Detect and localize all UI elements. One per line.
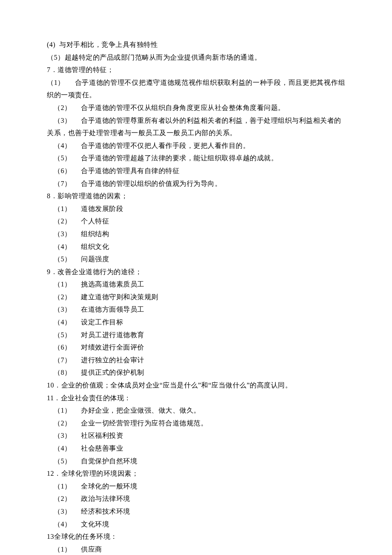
- text-line: （8） 提供正式的保护机制: [47, 366, 345, 379]
- text-line: （2） 政治与法律环境: [47, 492, 345, 505]
- text-line: （4） 社会慈善事业: [47, 442, 345, 455]
- text-line: （7） 进行独立的社会审计: [47, 354, 345, 367]
- text-line: 10．企业的价值观；全体成员对企业“应当是什么”和“应当做什么”的高度认同。: [47, 379, 345, 392]
- text-line: （5）超越特定的产品或部门范畴从而为企业提供通向新市场的通道。: [47, 51, 345, 64]
- text-line: （7） 合乎道德的管理以组织的价值观为行为导向。: [47, 177, 345, 190]
- text-line: （2） 合乎道德的管理不仅从组织自身角度更应从社会整体角度看问题。: [47, 101, 345, 114]
- text-line: 11．企业社会责任的体现：: [47, 392, 345, 405]
- text-line: （2） 个人特征: [47, 215, 345, 228]
- text-line: （3） 社区福利投资: [47, 429, 345, 442]
- text-line: (4) 与对手相比，竞争上具有独特性: [47, 38, 345, 51]
- text-line: 8．影响管理道德的因素；: [47, 190, 345, 202]
- text-line: （4） 合乎道德的管理不仅把人看作手段，更把人看作目的。: [47, 139, 345, 152]
- text-line: （5） 问题强度: [47, 253, 345, 266]
- text-line: 关系，也善于处理管理者与一般员工及一般员工内部的关系。: [47, 127, 345, 139]
- text-line: （1） 全球化的一般环境: [47, 480, 345, 493]
- text-line: 13全球化的任务环境：: [47, 530, 345, 543]
- text-line: （5） 对员工进行道德教育: [47, 329, 345, 341]
- text-line: （4） 组织文化: [47, 240, 345, 253]
- text-line: （3） 组织结构: [47, 228, 345, 240]
- text-line: （4） 设定工作目标: [47, 316, 345, 329]
- text-line: （4） 文化环境: [47, 518, 345, 531]
- text-line: （1） 道德发展阶段: [47, 202, 345, 215]
- text-line: 9．改善企业道德行为的途径；: [47, 266, 345, 278]
- text-line: （3） 在道德方面领导员工: [47, 303, 345, 316]
- text-line: （3） 合乎道德的管理尊重所有者以外的利益相关者的利益，善于处理组织与利益相关者…: [47, 114, 345, 127]
- text-line: （1） 供应商: [47, 543, 345, 555]
- text-line: （5） 自觉保护自然环境: [47, 455, 345, 468]
- text-line: （1） 合乎道德的管理不仅把遵守道德规范视作组织获取利益的一种手段，而且更把其视…: [47, 76, 345, 101]
- text-line: （6） 合乎道德的管理具有自律的特征: [47, 165, 345, 177]
- text-line: （1） 挑选高道德素质员工: [47, 278, 345, 291]
- text-line: （2） 企业一切经营管理行为应符合道德规范。: [47, 417, 345, 430]
- text-line: 12．全球化管理的环境因素；: [47, 467, 345, 480]
- text-line: （1） 办好企业，把企业做强、做大、做久。: [47, 404, 345, 417]
- text-line: （3） 经济和技术环境: [47, 505, 345, 518]
- text-line: （5） 合乎道德的管理超越了法律的要求，能让组织取得卓越的成就。: [47, 152, 345, 165]
- text-line: （6） 对绩效进行全面评价: [47, 341, 345, 354]
- text-line: 7．道德管理的特征；: [47, 64, 345, 76]
- text-line: （2） 建立道德守则和决策规则: [47, 291, 345, 304]
- document-body: (4) 与对手相比，竞争上具有独特性（5）超越特定的产品或部门范畴从而为企业提供…: [47, 38, 345, 555]
